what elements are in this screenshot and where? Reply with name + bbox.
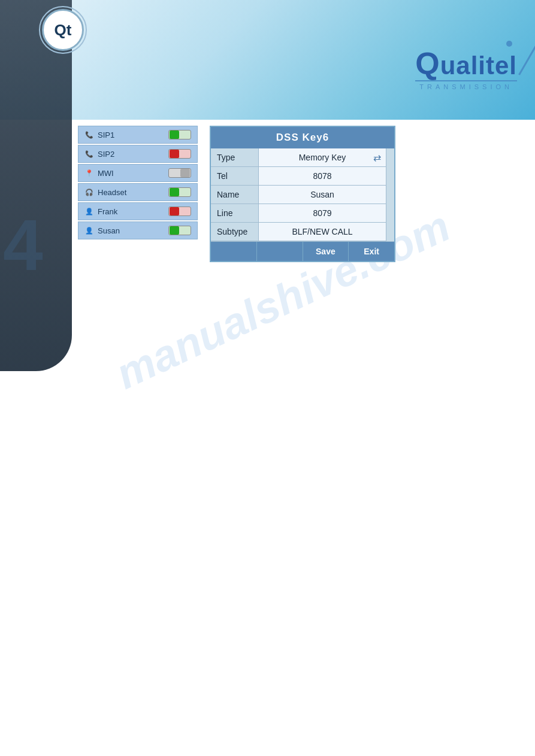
key-item-mwi[interactable]: 📍 MWI: [78, 164, 198, 182]
save-button[interactable]: Save: [303, 242, 349, 261]
dss-row-subtype: Subtype BLF/NEW CALL: [211, 223, 386, 241]
subtype-label: Subtype: [211, 223, 259, 241]
qt-logo: Qt: [42, 9, 90, 57]
tel-label: Tel: [211, 167, 259, 185]
qualitel-logo: Qualitel TRANSMISSION: [415, 48, 517, 90]
qt-logo-text: Qt: [55, 21, 72, 40]
sip2-icon: 📞: [84, 149, 94, 159]
headset-toggle[interactable]: [168, 187, 191, 197]
sip1-label: SIP1: [98, 130, 114, 139]
key-item-sip2[interactable]: 📞 SIP2: [78, 145, 198, 163]
frank-icon: 👤: [84, 207, 94, 216]
antenna-dot: [506, 41, 512, 47]
name-value[interactable]: Susan: [259, 186, 386, 204]
sip2-label: SIP2: [98, 150, 114, 159]
susan-label: Susan: [98, 226, 120, 235]
dss-form-area: Type Memory Key ⇄ Tel 8078 Name: [211, 148, 394, 241]
mwi-toggle[interactable]: [168, 168, 191, 178]
exit-button[interactable]: Exit: [349, 242, 394, 261]
dss-blank-btn1: [211, 242, 257, 261]
type-arrow-icon: ⇄: [373, 152, 381, 163]
dss-row-name: Name Susan: [211, 186, 386, 204]
key-item-headset[interactable]: 🎧 Headset: [78, 183, 198, 201]
frank-label: Frank: [98, 207, 117, 216]
dss-row-tel: Tel 8078: [211, 167, 386, 186]
sip1-icon: 📞: [84, 130, 94, 139]
dss-form: Type Memory Key ⇄ Tel 8078 Name: [211, 148, 386, 241]
mwi-icon: 📍: [84, 168, 94, 178]
transmission-label: TRANSMISSION: [415, 80, 517, 90]
key-item-frank[interactable]: 👤 Frank: [78, 202, 198, 220]
dss-row-line: Line 8079: [211, 204, 386, 223]
frank-toggle[interactable]: [168, 207, 191, 216]
dss-panel: DSS Key6 Type Memory Key ⇄ Tel 8078: [210, 126, 395, 262]
susan-icon: 👤: [84, 226, 94, 235]
tel-value[interactable]: 8078: [259, 167, 386, 185]
dss-buttons: Save Exit: [211, 241, 394, 261]
sip2-toggle[interactable]: [168, 149, 191, 159]
sip1-toggle[interactable]: [168, 130, 191, 139]
qt-logo-circle: Qt: [42, 9, 84, 51]
main-content: 📞 SIP1 📞 SIP2 📍 MWI: [78, 126, 517, 262]
type-label: Type: [211, 148, 259, 166]
dss-blank-btn2: [257, 242, 303, 261]
phone-number-decoration: 4: [3, 204, 43, 286]
dss-scrollbar[interactable]: [386, 148, 394, 241]
qualitel-name: Qualitel: [415, 51, 517, 80]
susan-toggle[interactable]: [168, 226, 191, 235]
line-value[interactable]: 8079: [259, 204, 386, 222]
dss-row-type: Type Memory Key ⇄: [211, 148, 386, 167]
dss-title: DSS Key6: [211, 127, 394, 148]
headset-icon: 🎧: [84, 187, 94, 197]
subtype-value[interactable]: BLF/NEW CALL: [259, 223, 386, 241]
key-list: 📞 SIP1 📞 SIP2 📍 MWI: [78, 126, 198, 239]
key-item-sip1[interactable]: 📞 SIP1: [78, 126, 198, 144]
mwi-label: MWI: [98, 169, 114, 178]
line-label: Line: [211, 204, 259, 222]
headset-label: Headset: [98, 188, 126, 197]
type-value[interactable]: Memory Key ⇄: [259, 148, 386, 166]
name-label: Name: [211, 186, 259, 204]
key-item-susan[interactable]: 👤 Susan: [78, 221, 198, 239]
